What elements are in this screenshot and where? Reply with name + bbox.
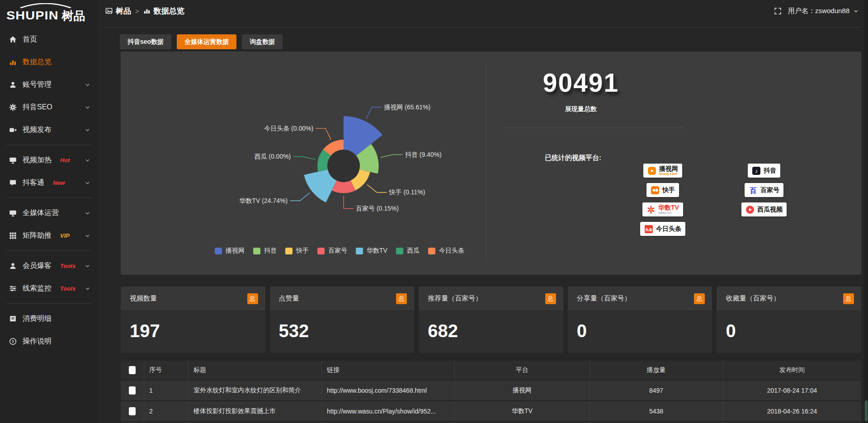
cell-url-link[interactable]: http://www.wasu.cn/Play/show/id/952... (322, 401, 455, 421)
sidebar-item-label: 数据总览 (23, 57, 52, 67)
platform-badge-text: 播视网boosj.com (659, 165, 678, 176)
legend-item-西瓜[interactable]: 西瓜 (396, 247, 420, 255)
legend-item-今日头条[interactable]: 今日头条 (428, 247, 464, 255)
sidebar-divider (6, 303, 91, 304)
total-badge[interactable]: 总 (694, 293, 705, 304)
total-badge[interactable]: 总 (843, 293, 854, 304)
sidebar-item-label: 矩阵助推 (23, 231, 52, 240)
chart-legend: 播视网抖音快手百家号华数TV西瓜今日头条 (157, 247, 522, 255)
kuaishou-logo-icon (651, 186, 660, 195)
cell-index: 1 (144, 381, 189, 400)
sidebar-item-clue-monitor[interactable]: 线索监控Tools (0, 277, 98, 300)
sidebar-item-video-publish[interactable]: 视频发布 (0, 118, 98, 141)
pie-label: 播视网 (65.61%) (383, 103, 430, 111)
sidebar-item-douketong[interactable]: 抖客通New (0, 171, 98, 194)
sidebar-divider (6, 250, 91, 251)
breadcrumb-item-shupin[interactable]: 树品 (105, 6, 131, 16)
platform-badge-boosj: 播视网boosj.com (643, 164, 682, 178)
pie-slice-播视网[interactable] (344, 116, 382, 156)
sidebar-item-member-baoke[interactable]: 会员爆客Tools (0, 254, 98, 277)
wasu-logo-icon (646, 205, 656, 214)
sidebar-item-data-overview[interactable]: 数据总览 (0, 51, 98, 73)
cell-title-link[interactable]: 楼体投影灯投影效果震撼上市 (189, 401, 322, 421)
caret-icon (85, 104, 90, 110)
platform-badge-text: 华数TVwasu.cn (658, 204, 679, 215)
cell-time: 2018-04-26 16:24 (723, 401, 861, 421)
platform-badge-sub: boosj.com (659, 172, 678, 176)
legend-label: 快手 (296, 247, 309, 255)
platform-badge-label: 播视网 (659, 165, 678, 172)
sidebar-item-label: 视频加热 (23, 155, 52, 165)
pie-label-line (366, 107, 382, 118)
username[interactable]: 用户名：zswodun88 (788, 7, 849, 15)
sidebar-item-douyin-seo[interactable]: 抖音SEO (0, 96, 98, 118)
legend-label: 今日头条 (439, 247, 464, 255)
scrollbar[interactable] (864, 0, 868, 423)
sidebar-item-consume-detail[interactable]: 消费明细 (0, 307, 98, 330)
sidebar-item-operation-help[interactable]: ?操作说明 (0, 330, 98, 352)
stat-card-value: 197 (121, 311, 265, 341)
sidebar-item-label: 抖客通 (23, 178, 44, 188)
pie-label-line (344, 196, 354, 208)
fullscreen-icon[interactable] (774, 7, 782, 15)
total-badge[interactable]: 总 (396, 293, 407, 304)
caret-down-icon[interactable] (853, 8, 859, 14)
total-badge[interactable]: 总 (247, 293, 258, 304)
row-checkbox[interactable] (129, 407, 136, 415)
cell-url-link[interactable]: http://www.boosj.com/7338468.html (322, 381, 455, 400)
scrollbar-thumb[interactable] (865, 400, 868, 421)
legend-swatch (317, 248, 325, 254)
row-select-cell (121, 381, 144, 400)
sidebar-item-label: 线索监控 (23, 284, 52, 293)
legend-item-快手[interactable]: 快手 (285, 247, 309, 255)
row-checkbox[interactable] (129, 386, 136, 395)
breadcrumb-item-data-overview[interactable]: 数据总览 (143, 6, 184, 16)
question-icon: ? (9, 338, 17, 345)
platform-badge-text: 西瓜视频 (757, 206, 783, 213)
monitor-icon (9, 209, 17, 217)
tab-media-ops-data[interactable]: 全媒体运营数据 (177, 34, 236, 49)
sidebar-item-matrix-boost[interactable]: 矩阵助推VIP (0, 224, 98, 247)
legend-swatch (356, 248, 363, 254)
sidebar-item-label: 操作说明 (23, 337, 52, 346)
sidebar-item-media-ops[interactable]: 全媒体运营 (0, 202, 98, 224)
cell-title-link[interactable]: 室外水纹灯和室内水纹灯的区别和简介 (189, 381, 322, 400)
legend-item-抖音[interactable]: 抖音 (253, 247, 277, 255)
stat-card-3: 分享量（百家号）总0 (568, 287, 712, 353)
legend-item-播视网[interactable]: 播视网 (215, 247, 245, 255)
total-impressions-value: 90491 (486, 68, 676, 98)
cell-plays: 8497 (590, 381, 723, 400)
legend-item-华数TV[interactable]: 华数TV (356, 247, 387, 255)
xigua-logo-icon (745, 205, 755, 214)
camera-icon (9, 126, 17, 134)
cell-plays: 5438 (590, 401, 723, 421)
cell-platform: 播视网 (455, 381, 590, 400)
app-logo[interactable]: SHUPIN 树品 (0, 0, 98, 28)
summary-section: 90491 展现量总数 已统计的视频平台: 播视网boosj.com快手华数TV… (486, 52, 861, 275)
sidebar-item-video-heat[interactable]: 视频加热Hot (0, 149, 98, 171)
table-row: 1室外水纹灯和室内水纹灯的区别和简介http://www.boosj.com/7… (121, 380, 861, 400)
pie-label-line (316, 128, 331, 140)
platform-badge-text: 快手 (662, 187, 675, 193)
data-tabs: 抖音seo数据全媒体运营数据询盘数据 (120, 34, 283, 49)
table-header-row: 序号标题链接平台播放量发布时间 (121, 361, 861, 380)
breadcrumb-label: 数据总览 (154, 6, 184, 16)
select-all-checkbox[interactable] (129, 366, 136, 374)
bars-icon (9, 58, 17, 66)
sidebar-item-home[interactable]: 首页 (0, 28, 98, 51)
platform-badge-text: 今日头条 (656, 226, 681, 232)
table-header-3: 平台 (455, 361, 590, 380)
grid-icon (9, 232, 17, 240)
stat-card-value: 682 (419, 311, 563, 341)
platform-badge-label: 华数TV (658, 204, 679, 211)
tab-inquiry-data[interactable]: 询盘数据 (242, 34, 283, 49)
sidebar-item-account-manage[interactable]: 账号管理 (0, 73, 98, 96)
platform-badge-text: 百家号 (760, 187, 779, 193)
legend-item-百家号[interactable]: 百家号 (317, 247, 347, 255)
stat-card-value: 0 (568, 311, 712, 341)
tab-douyin-seo-data[interactable]: 抖音seo数据 (120, 34, 171, 49)
stat-card-value: 532 (270, 311, 415, 341)
total-badge[interactable]: 总 (545, 293, 556, 304)
table-row: 2楼体投影灯投影效果震撼上市http://www.wasu.cn/Play/sh… (121, 400, 861, 421)
caret-icon (85, 127, 90, 133)
